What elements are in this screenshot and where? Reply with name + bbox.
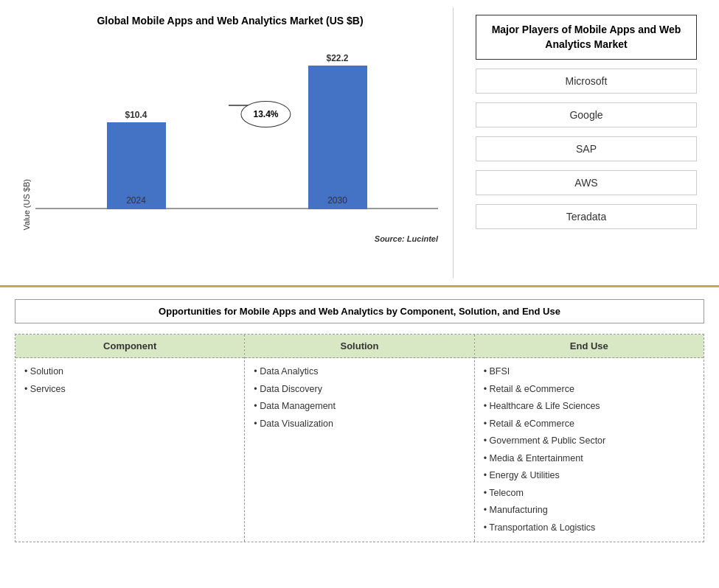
opp-items-enduse: BFSI Retail & eCommerce Healthcare & Lif… bbox=[475, 358, 704, 542]
chart-wrapper: Value (US $B) $10.4 2024 bbox=[22, 38, 438, 230]
opp-item: Media & Entertainment bbox=[484, 452, 695, 466]
opp-header-component: Component bbox=[15, 335, 244, 358]
cagr-value: 13.4% bbox=[253, 109, 278, 119]
opp-item: Retail & eCommerce bbox=[484, 418, 695, 431]
bar-year-2024: 2024 bbox=[126, 195, 146, 206]
opp-column-component: Component Solution Services bbox=[15, 335, 245, 542]
opp-item: Data Analytics bbox=[254, 365, 465, 379]
player-google: Google bbox=[476, 102, 697, 127]
main-container: Global Mobile Apps and Web Analytics Mar… bbox=[0, 0, 719, 588]
opportunities-title: Opportunities for Mobile Apps and Web An… bbox=[15, 299, 704, 323]
opp-header-enduse: End Use bbox=[475, 335, 704, 358]
bar-year-2030: 2030 bbox=[327, 195, 347, 206]
bar-2030 bbox=[308, 66, 367, 209]
chart-inner: $10.4 2024 13.4% bbox=[35, 38, 438, 230]
bar-group-2024: $10.4 2024 bbox=[35, 53, 237, 209]
player-aws: AWS bbox=[476, 170, 697, 195]
opp-item: Data Discovery bbox=[254, 383, 465, 396]
bar-value-2024: $10.4 bbox=[125, 110, 147, 120]
opp-item: Government & Public Sector bbox=[484, 435, 695, 448]
player-sap: SAP bbox=[476, 136, 697, 161]
opp-column-enduse: End Use BFSI Retail & eCommerce Healthca… bbox=[475, 335, 704, 542]
opp-header-solution: Solution bbox=[245, 335, 473, 358]
bottom-section: Opportunities for Mobile Apps and Web An… bbox=[0, 287, 719, 588]
opp-items-component: Solution Services bbox=[15, 358, 244, 403]
top-section: Global Mobile Apps and Web Analytics Mar… bbox=[0, 0, 719, 287]
opp-item: Transportation & Logistics bbox=[484, 522, 695, 535]
opp-item: Telecom bbox=[484, 487, 695, 500]
player-microsoft: Microsoft bbox=[476, 69, 697, 94]
opp-item: Data Visualization bbox=[254, 418, 465, 431]
opp-item: BFSI bbox=[484, 365, 695, 379]
bar-group-2030: $22.2 2030 bbox=[237, 53, 438, 209]
opp-item: Services bbox=[24, 383, 235, 396]
opp-item: Manufacturing bbox=[484, 504, 695, 517]
player-teradata: Teradata bbox=[476, 204, 697, 229]
bars-container: $10.4 2024 13.4% bbox=[35, 38, 438, 231]
opp-items-solution: Data Analytics Data Discovery Data Manag… bbox=[245, 358, 473, 438]
players-title: Major Players of Mobile Apps and Web Ana… bbox=[476, 15, 697, 60]
opp-item: Healthcare & Life Sciences bbox=[484, 400, 695, 413]
opp-column-solution: Solution Data Analytics Data Discovery D… bbox=[245, 335, 474, 542]
players-area: Major Players of Mobile Apps and Web Ana… bbox=[461, 7, 712, 278]
bar-value-2030: $22.2 bbox=[326, 53, 348, 63]
opp-item: Energy & Utilities bbox=[484, 469, 695, 483]
source-text: Source: Lucintel bbox=[375, 234, 438, 243]
opportunities-grid: Component Solution Services Solution Dat… bbox=[15, 334, 704, 542]
opp-item: Data Management bbox=[254, 400, 465, 413]
opp-item: Solution bbox=[24, 365, 235, 379]
chart-area: Global Mobile Apps and Web Analytics Mar… bbox=[7, 7, 454, 278]
opp-item: Retail & eCommerce bbox=[484, 383, 695, 396]
cagr-bubble: 13.4% bbox=[240, 101, 291, 127]
chart-title: Global Mobile Apps and Web Analytics Mar… bbox=[97, 15, 363, 27]
y-axis-label: Value (US $B) bbox=[22, 179, 31, 231]
